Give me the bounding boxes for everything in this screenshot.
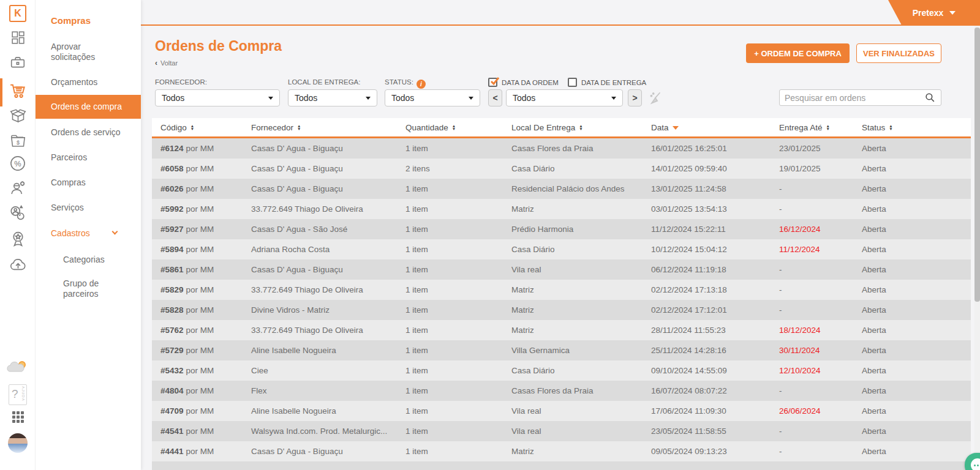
cell-status: Aberta [853, 259, 971, 280]
cell-quantity: 1 item [397, 340, 503, 360]
open-box-icon [10, 108, 26, 124]
table-row-partial [152, 461, 971, 470]
cell-date: 16/07/2024 08:07:22 [643, 381, 771, 401]
date-prev-button[interactable]: < [488, 89, 502, 106]
table-row-6058[interactable]: #6058 por MMCasas D' Agua - Biguaçu2 ite… [152, 159, 971, 179]
back-link[interactable]: ‹Voltar [155, 59, 178, 67]
tenant-menu[interactable]: Pretexx [888, 0, 980, 25]
nav-discounts[interactable]: % [0, 155, 36, 172]
table-body: #6124 por MMCasas D' Agua - Biguaçu1 ite… [152, 138, 971, 461]
table-row-5927[interactable]: #5927 por MMCasas D' Agua - São José1 it… [152, 219, 971, 239]
info-icon[interactable]: i [417, 80, 426, 89]
table-row-5729[interactable]: #5729 por MMAline Isabelle Nogueira1 ite… [152, 340, 971, 360]
help-button[interactable]: ? AJUDA [0, 384, 36, 405]
broom-icon [648, 91, 664, 106]
column-header-status[interactable]: Status▲▼ [853, 118, 971, 136]
sidebar-item-aprovar-solicitacoes[interactable]: Aprovar solicitações [51, 42, 126, 62]
column-header-codigo[interactable]: Código▲▼ [152, 118, 243, 136]
nav-purchases-active[interactable] [0, 81, 36, 100]
nav-dashboard[interactable] [0, 30, 36, 45]
cell-quantity: 1 item [397, 239, 503, 259]
search-icon[interactable] [924, 92, 936, 103]
partner-search-icon [9, 204, 27, 222]
table-row-4441[interactable]: #4441 por MMCasas D' Agua - Biguaçu1 ite… [152, 441, 971, 461]
sidebar-item-ordens-de-servico[interactable]: Ordens de serviço [51, 127, 126, 138]
table-row-4541[interactable]: #4541 por MMWalsywa Ind.com. Prod. Metal… [152, 421, 971, 441]
user-avatar-button[interactable] [0, 433, 36, 453]
nav-finance-folder[interactable]: $ [0, 133, 36, 149]
nav-business[interactable] [0, 54, 36, 70]
sort-icon: ▲▼ [889, 124, 892, 130]
cell-location: Casas Flores da Praia [503, 381, 643, 401]
sidebar-item-servicos[interactable]: Serviços [51, 203, 126, 213]
table-row-5992[interactable]: #5992 por MM33.772.649 Thiago De Oliveir… [152, 199, 971, 219]
table-row-6124[interactable]: #6124 por MMCasas D' Agua - Biguaçu1 ite… [152, 138, 971, 159]
column-header-quantidade[interactable]: Quantidade▲▼ [397, 118, 503, 136]
weather-widget[interactable] [0, 358, 36, 376]
view-finished-button[interactable]: VER FINALIZADAS [856, 43, 941, 63]
status-select[interactable]: Todos [385, 89, 480, 106]
cell-supplier: Casas D' Agua - Biguaçu [243, 159, 397, 179]
cell-delivery: - [771, 300, 853, 320]
table-row-5894[interactable]: #5894 por MMAdriana Rocha Costa1 itemCas… [152, 239, 971, 259]
apps-menu-button[interactable] [0, 411, 36, 423]
scrollbar-thumb[interactable] [974, 28, 980, 302]
table-row-4804[interactable]: #4804 por MMFlex1 itemCasas Flores da Pr… [152, 381, 971, 401]
app-logo[interactable]: K [0, 5, 36, 22]
date-next-button[interactable]: > [628, 89, 642, 106]
column-header-fornecedor[interactable]: Fornecedor▲▼ [243, 118, 397, 136]
cell-supplier: Aline Isabelle Nogueira [243, 340, 397, 360]
clear-filters-button[interactable] [648, 91, 664, 109]
column-header-local-de-entrega[interactable]: Local De Entrega▲▼ [503, 118, 643, 136]
cell-code: #5894 por MM [152, 239, 243, 259]
nav-certificates[interactable] [0, 230, 36, 248]
orders-table: Código▲▼Fornecedor▲▼Quantidade▲▼Local De… [152, 118, 971, 470]
cell-status: Aberta [853, 179, 971, 199]
sidebar-item-orcamentos[interactable]: Orçamentos [51, 77, 126, 88]
nav-products[interactable] [0, 108, 36, 124]
cell-location: Matriz [503, 199, 643, 219]
date-delivery-checkbox[interactable]: DATA DE ENTREGA [568, 78, 646, 87]
table-row-5762[interactable]: #5762 por MM33.772.649 Thiago De Oliveir… [152, 320, 971, 340]
table-row-4709[interactable]: #4709 por MMAline Isabelle Nogueira1 ite… [152, 401, 971, 421]
nav-partner-search[interactable] [0, 204, 36, 222]
cell-date: 17/06/2024 11:09:30 [643, 401, 771, 421]
nav-cloud-sync[interactable] [0, 256, 36, 274]
cell-quantity: 1 item [397, 421, 503, 441]
sidebar-item-parceiros[interactable]: Parceiros [51, 152, 126, 163]
new-order-button[interactable]: + ORDEM DE COMPRA [746, 43, 850, 63]
search-input[interactable] [785, 93, 924, 103]
column-header-entrega-ate[interactable]: Entrega Até▲▼ [771, 118, 853, 136]
cell-date: 14/01/2025 09:59:40 [643, 159, 771, 179]
cell-date: 09/05/2024 09:13:23 [643, 441, 771, 461]
table-header: Código▲▼Fornecedor▲▼Quantidade▲▼Local De… [152, 118, 971, 138]
sidebar-item-grupo-de-parceiros[interactable]: Grupo de parceiros [63, 278, 130, 299]
cloud-upload-icon [9, 256, 27, 274]
date-range-select[interactable]: Todos [506, 89, 623, 106]
cell-supplier: 33.772.649 Thiago De Oliveira [243, 280, 397, 300]
sidebar-item-compras[interactable]: Compras [51, 177, 126, 188]
supplier-select[interactable]: Todos [155, 89, 280, 106]
cell-delivery: 11/12/2024 [771, 239, 853, 259]
table-row-5432[interactable]: #5432 por MMCiee1 itemCasa Diário09/10/2… [152, 360, 971, 381]
cell-location: Matriz [503, 280, 643, 300]
table-row-5828[interactable]: #5828 por MMDivine Vidros - Matriz1 item… [152, 300, 971, 320]
help-icon: ? AJUDA [9, 384, 27, 405]
sort-icon: ▲▼ [826, 124, 830, 130]
table-row-5829[interactable]: #5829 por MM33.772.649 Thiago De Oliveir… [152, 280, 971, 300]
chat-bubble-icon [971, 458, 980, 470]
cell-code: #5828 por MM [152, 300, 243, 320]
sidebar-item-categorias[interactable]: Categorias [63, 255, 130, 265]
cell-status: Aberta [853, 280, 971, 300]
sort-icon: ▲▼ [579, 124, 582, 130]
nav-services-worker[interactable] [0, 179, 36, 196]
location-select[interactable]: Todos [288, 89, 377, 106]
sidebar-item-ordens-de-compra[interactable]: Ordens de compra [36, 95, 141, 119]
table-row-5861[interactable]: #5861 por MMCasas D' Agua - Biguaçu1 ite… [152, 259, 971, 280]
cell-delivery: 18/12/2024 [771, 320, 853, 340]
main-content: Pretexx Ordens de Compra ‹Voltar + ORDEM… [141, 0, 980, 470]
date-order-checkbox[interactable]: DATA DA ORDEM [488, 78, 559, 87]
table-row-6026[interactable]: #6026 por MMCasas D' Agua - Biguaçu1 ite… [152, 179, 971, 199]
sidebar-item-cadastros[interactable]: Cadastros [51, 228, 126, 239]
column-header-data[interactable]: Data [643, 118, 771, 136]
